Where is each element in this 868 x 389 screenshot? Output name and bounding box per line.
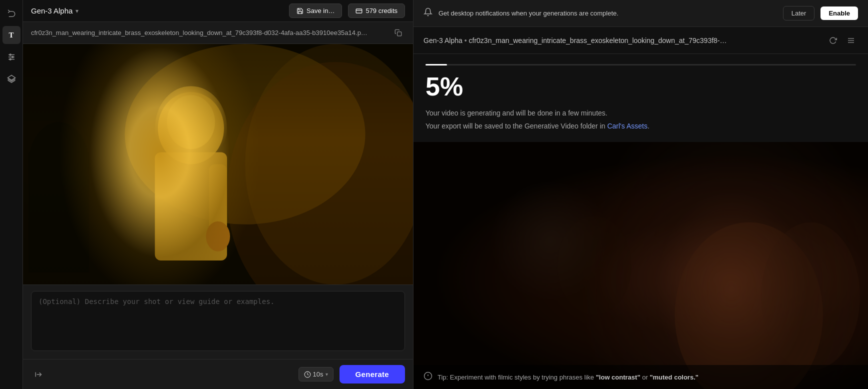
svg-rect-16 (28, 152, 88, 272)
generation-header: Gen-3 Alpha • cfr0z3n_man_wearing_intric… (414, 27, 868, 54)
generation-title: Gen-3 Alpha • cfr0z3n_man_wearing_intric… (424, 36, 822, 44)
filename-bar: cfr0z3n_man_wearing_intricate_brass_exos… (23, 22, 413, 44)
main-image (23, 44, 413, 284)
save-icon (296, 8, 304, 14)
svg-point-14 (245, 44, 413, 284)
progress-message-2: Your export will be saved to the Generat… (426, 120, 856, 132)
tip-highlight-1: "low contrast" (596, 374, 640, 381)
image-svg (23, 44, 413, 284)
breadcrumb-separator: • (464, 36, 469, 44)
tip-bar: Tip: Experiment with filmic styles by tr… (414, 365, 868, 389)
duration-chevron: ▾ (326, 372, 328, 377)
assets-link[interactable]: Carl's Assets (607, 122, 647, 130)
image-area (23, 44, 413, 284)
svg-rect-18 (155, 152, 227, 260)
save-label: Save in… (306, 7, 334, 14)
tip-icon (424, 372, 432, 382)
tip-text: Tip: Experiment with filmic styles by tr… (438, 374, 698, 381)
progress-section: 5% Your video is generating and will be … (414, 54, 868, 142)
duration-selector[interactable]: 10s ▾ (298, 367, 334, 382)
tip-highlight-2: "muted colors." (650, 374, 698, 381)
generate-button[interactable]: Generate (340, 365, 405, 384)
tip-middle: or (640, 374, 650, 381)
copy-button[interactable] (391, 26, 405, 40)
credits-label: 579 credits (366, 7, 398, 14)
later-button[interactable]: Later (783, 6, 815, 20)
more-options-button[interactable] (844, 34, 858, 48)
breadcrumb-app: Gen-3 Alpha (424, 36, 462, 44)
progress-percent: 5% (426, 74, 856, 100)
svg-rect-21 (209, 164, 227, 236)
progress-bar-container (426, 64, 856, 66)
tip-prefix: Tip: Experiment with filmic styles by tr… (438, 374, 596, 381)
svg-rect-11 (23, 44, 413, 284)
svg-point-3 (10, 54, 11, 56)
svg-rect-12 (23, 44, 413, 284)
save-button[interactable]: Save in… (289, 4, 342, 18)
preview-image-area: Tip: Experiment with filmic styles by tr… (414, 142, 868, 389)
layers-icon[interactable] (2, 70, 20, 88)
sidebar: T (0, 0, 23, 389)
svg-point-34 (558, 216, 632, 315)
svg-point-32 (674, 222, 823, 389)
svg-point-15 (28, 122, 88, 206)
svg-point-20 (167, 95, 215, 149)
svg-rect-10 (23, 44, 413, 284)
message-prefix: Your export will be saved to the Generat… (426, 122, 607, 130)
credits-display: 579 credits (348, 4, 405, 18)
progress-message-1: Your video is generating and will be don… (426, 108, 856, 118)
svg-point-13 (125, 44, 366, 224)
svg-rect-9 (397, 32, 401, 36)
description-input[interactable] (31, 291, 405, 351)
bell-icon (424, 8, 432, 19)
text-tool-icon[interactable]: T (2, 26, 20, 44)
svg-rect-7 (356, 8, 362, 12)
expand-button[interactable] (31, 366, 47, 382)
adjustments-icon[interactable] (2, 48, 20, 66)
preview-image (414, 142, 868, 389)
top-bar: Gen-3 Alpha ▾ Save in… 579 credits (23, 0, 413, 22)
credits-icon (356, 8, 362, 14)
generation-panel: Gen-3 Alpha • cfr0z3n_man_wearing_intric… (414, 27, 868, 389)
duration-label: 10s (313, 370, 324, 378)
right-panel: Get desktop notifications when your gene… (413, 0, 868, 389)
text-input-area (23, 284, 413, 359)
svg-point-33 (761, 222, 860, 370)
undo-icon[interactable] (4, 6, 20, 22)
svg-rect-30 (414, 142, 868, 389)
notification-bar: Get desktop notifications when your gene… (414, 0, 868, 27)
breadcrumb-file: cfr0z3n_man_wearing_intricate_brass_exos… (469, 36, 727, 44)
progress-bar-fill (426, 64, 447, 66)
svg-point-22 (206, 222, 230, 252)
app-title-area: Gen-3 Alpha ▾ (31, 6, 78, 15)
svg-point-4 (12, 56, 13, 58)
svg-point-5 (10, 58, 11, 60)
svg-point-17 (155, 86, 227, 170)
svg-point-23 (227, 62, 413, 284)
svg-rect-31 (414, 142, 868, 389)
notification-text: Get desktop notifications when your gene… (438, 10, 777, 17)
title-chevron[interactable]: ▾ (76, 8, 78, 14)
preview-svg (414, 142, 868, 389)
left-panel: Gen-3 Alpha ▾ Save in… 579 credits cfr0z… (23, 0, 413, 389)
clock-icon (304, 371, 311, 378)
app-title: Gen-3 Alpha (31, 6, 72, 15)
svg-point-19 (158, 92, 224, 164)
filename-text: cfr0z3n_man_wearing_intricate_brass_exos… (31, 29, 387, 36)
refresh-button[interactable] (826, 34, 840, 48)
bottom-controls: 10s ▾ Generate (23, 359, 413, 389)
message-suffix: . (648, 122, 650, 130)
enable-button[interactable]: Enable (820, 6, 858, 20)
